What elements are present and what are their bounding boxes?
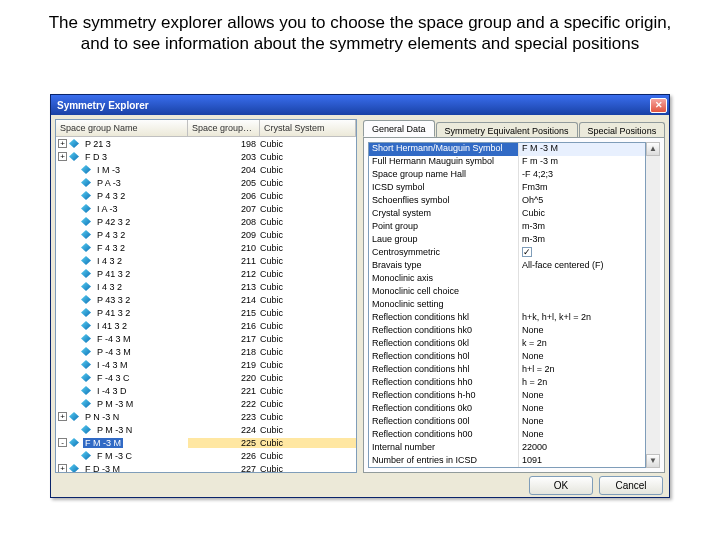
scroll-down-icon[interactable]: ▼ bbox=[646, 454, 660, 468]
property-row[interactable]: Reflection conditions hk0None bbox=[369, 325, 645, 338]
tab-symmetry-equivalent-positions[interactable]: Symmetry Equivalent Positions bbox=[436, 122, 578, 137]
splitter[interactable] bbox=[358, 119, 362, 473]
list-item[interactable]: P A -3205Cubic bbox=[56, 176, 356, 189]
property-row[interactable]: Reflection conditions 0k0None bbox=[369, 403, 645, 416]
property-row[interactable]: Reflection conditions hhlh+l = 2n bbox=[369, 364, 645, 377]
details-panel: General DataSymmetry Equivalent Position… bbox=[363, 119, 665, 473]
crystal-system: Cubic bbox=[260, 386, 356, 396]
property-row[interactable]: Schoenflies symbolOh^5 bbox=[369, 195, 645, 208]
property-list[interactable]: Short Hermann/Mauguin SymbolF M -3 MFull… bbox=[368, 142, 646, 468]
list-item[interactable]: I -4 3 M219Cubic bbox=[56, 358, 356, 371]
property-row[interactable]: Reflection conditions hklh+k, h+l, k+l =… bbox=[369, 312, 645, 325]
list-item[interactable]: P M -3 N224Cubic bbox=[56, 423, 356, 436]
property-row[interactable]: Reflection conditions h-h0None bbox=[369, 390, 645, 403]
list-item[interactable]: +F D -3 M227Cubic bbox=[56, 462, 356, 472]
list-item[interactable]: P M -3 M222Cubic bbox=[56, 397, 356, 410]
scrollbar[interactable]: ▲ ▼ bbox=[646, 142, 660, 468]
property-row[interactable]: Bravais typeAll-face centered (F) bbox=[369, 260, 645, 273]
tab-body: Short Hermann/Mauguin SymbolF M -3 MFull… bbox=[363, 137, 665, 473]
spacegroup-number: 220 bbox=[188, 373, 260, 383]
list-item[interactable]: P 42 3 2208Cubic bbox=[56, 215, 356, 228]
tab-general-data[interactable]: General Data bbox=[363, 120, 435, 137]
property-row[interactable]: Monoclinic cell choice bbox=[369, 286, 645, 299]
crystal-system: Cubic bbox=[260, 217, 356, 227]
property-row[interactable]: Full Hermann Mauguin symbolF m -3 m bbox=[369, 156, 645, 169]
list-item[interactable]: P 41 3 2212Cubic bbox=[56, 267, 356, 280]
list-item[interactable]: F -4 3 M217Cubic bbox=[56, 332, 356, 345]
spacegroup-icon bbox=[81, 320, 92, 331]
close-icon[interactable]: ✕ bbox=[650, 98, 667, 113]
spacegroup-number: 203 bbox=[188, 152, 260, 162]
property-row[interactable]: Reflection conditions 00lNone bbox=[369, 416, 645, 429]
expand-icon[interactable]: + bbox=[58, 139, 67, 148]
property-row[interactable]: Number of entries in ICSD1091 bbox=[369, 455, 645, 468]
list-item[interactable]: I 4 3 2213Cubic bbox=[56, 280, 356, 293]
spacegroup-number: 206 bbox=[188, 191, 260, 201]
window-body: Space group Name Space group… Crystal Sy… bbox=[51, 115, 669, 497]
list-item[interactable]: F -4 3 C220Cubic bbox=[56, 371, 356, 384]
property-key: Point group bbox=[369, 221, 519, 234]
spacegroup-number: 204 bbox=[188, 165, 260, 175]
property-row[interactable]: Point groupm-3m bbox=[369, 221, 645, 234]
property-row[interactable]: Centrosymmetric✓ bbox=[369, 247, 645, 260]
property-row[interactable]: Monoclinic setting bbox=[369, 299, 645, 312]
list-item[interactable]: P -4 3 M218Cubic bbox=[56, 345, 356, 358]
cancel-button[interactable]: Cancel bbox=[599, 476, 663, 495]
property-row[interactable]: Crystal systemCubic bbox=[369, 208, 645, 221]
expand-icon[interactable]: + bbox=[58, 412, 67, 421]
list-item[interactable]: P 4 3 2206Cubic bbox=[56, 189, 356, 202]
spacegroup-icon bbox=[81, 385, 92, 396]
spacegroup-number: 215 bbox=[188, 308, 260, 318]
list-item[interactable]: -F M -3 M225Cubic bbox=[56, 436, 356, 449]
collapse-icon[interactable]: - bbox=[58, 438, 67, 447]
list-item[interactable]: F M -3 C226Cubic bbox=[56, 449, 356, 462]
titlebar[interactable]: Symmetry Explorer ✕ bbox=[51, 95, 669, 115]
tab-special-positions[interactable]: Special Positions bbox=[579, 122, 666, 137]
list-item[interactable]: I -4 3 D221Cubic bbox=[56, 384, 356, 397]
property-row[interactable]: Reflection conditions h0lNone bbox=[369, 351, 645, 364]
list-item[interactable]: P 4 3 2209Cubic bbox=[56, 228, 356, 241]
property-value bbox=[519, 286, 645, 299]
list-item[interactable]: P 41 3 2215Cubic bbox=[56, 306, 356, 319]
ok-button[interactable]: OK bbox=[529, 476, 593, 495]
property-row[interactable]: Laue groupm-3m bbox=[369, 234, 645, 247]
expand-icon[interactable]: + bbox=[58, 152, 67, 161]
list-item[interactable]: +F D 3203Cubic bbox=[56, 150, 356, 163]
property-key: Reflection conditions h-h0 bbox=[369, 390, 519, 403]
list-item[interactable]: P 43 3 2214Cubic bbox=[56, 293, 356, 306]
spacegroup-name: P 4 3 2 bbox=[95, 230, 127, 240]
tree-body[interactable]: +P 21 3198Cubic+F D 3203CubicI M -3204Cu… bbox=[56, 137, 356, 472]
expand-icon[interactable]: + bbox=[58, 464, 67, 472]
spacegroup-icon bbox=[69, 151, 80, 162]
crystal-system: Cubic bbox=[260, 204, 356, 214]
property-row[interactable]: Space group name Hall-F 4;2;3 bbox=[369, 169, 645, 182]
list-item[interactable]: +P 21 3198Cubic bbox=[56, 137, 356, 150]
col-header-system[interactable]: Crystal System bbox=[260, 120, 356, 137]
col-header-name[interactable]: Space group Name bbox=[56, 120, 188, 137]
col-header-number[interactable]: Space group… bbox=[188, 120, 260, 137]
list-item[interactable]: I 41 3 2216Cubic bbox=[56, 319, 356, 332]
property-row[interactable]: Monoclinic axis bbox=[369, 273, 645, 286]
spacegroup-name: F D 3 bbox=[83, 152, 109, 162]
property-row[interactable]: Reflection conditions 0klk = 2n bbox=[369, 338, 645, 351]
property-value: F M -3 M bbox=[519, 143, 645, 156]
spacegroup-number: 198 bbox=[188, 139, 260, 149]
space-group-list: Space group Name Space group… Crystal Sy… bbox=[55, 119, 357, 473]
scroll-up-icon[interactable]: ▲ bbox=[646, 142, 660, 156]
property-row[interactable]: Internal number22000 bbox=[369, 442, 645, 455]
list-item[interactable]: F 4 3 2210Cubic bbox=[56, 241, 356, 254]
spacegroup-name: P N -3 N bbox=[83, 412, 121, 422]
list-header: Space group Name Space group… Crystal Sy… bbox=[56, 120, 356, 137]
list-item[interactable]: I M -3204Cubic bbox=[56, 163, 356, 176]
spacegroup-icon bbox=[81, 216, 92, 227]
property-row[interactable]: Short Hermann/Mauguin SymbolF M -3 M bbox=[369, 143, 645, 156]
list-item[interactable]: I 4 3 2211Cubic bbox=[56, 254, 356, 267]
list-item[interactable]: +P N -3 N223Cubic bbox=[56, 410, 356, 423]
property-key: Schoenflies symbol bbox=[369, 195, 519, 208]
property-value: h = 2n bbox=[519, 377, 645, 390]
property-row[interactable]: Reflection conditions h00None bbox=[369, 429, 645, 442]
property-row[interactable]: ICSD symbolFm3m bbox=[369, 182, 645, 195]
list-item[interactable]: I A -3207Cubic bbox=[56, 202, 356, 215]
property-row[interactable]: Reflection conditions hh0h = 2n bbox=[369, 377, 645, 390]
spacegroup-icon bbox=[81, 268, 92, 279]
